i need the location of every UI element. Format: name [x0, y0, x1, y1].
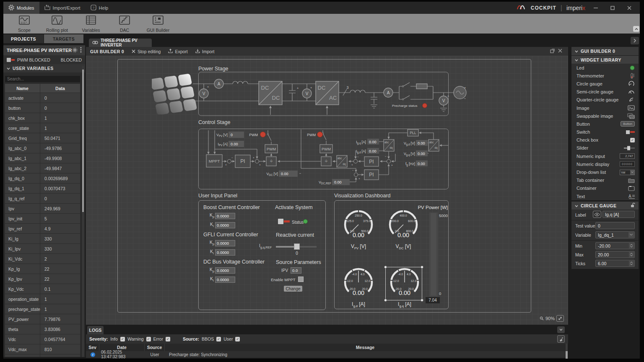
table-row[interactable]: core_state1 [5, 123, 80, 133]
widget-item-switch[interactable]: Switch [571, 128, 639, 136]
import-button[interactable]: Import [195, 49, 215, 54]
table-row[interactable]: Vdc_ref700 [5, 354, 80, 357]
sidebar-scrollbar[interactable] [82, 66, 84, 357]
export-button[interactable]: Export [168, 49, 187, 54]
table-row[interactable]: Kp_Ig22 [5, 264, 80, 274]
solar-array-image[interactable] [152, 72, 198, 114]
table-row[interactable]: Ig_q_ref0 [5, 194, 80, 203]
selection-handle[interactable] [384, 266, 387, 269]
kp-input[interactable]: 0.0000 [215, 267, 235, 274]
widget-item-semi-circle-gauge[interactable]: Semi-circle gauge [571, 88, 639, 96]
table-row[interactable]: Kp_Vdc0.1 [5, 284, 80, 294]
widget-item-container[interactable]: Container [571, 184, 639, 192]
circle-gauge-props-header[interactable]: CIRCLE GAUGE [571, 202, 639, 209]
tab-projects[interactable]: PROJECTS [3, 34, 44, 43]
table-row[interactable]: Ig_abc_2-49.9847 [5, 163, 80, 173]
ki-input[interactable]: 0.0000 [215, 249, 235, 256]
info-checkbox[interactable] [120, 337, 125, 341]
test-value-input[interactable]: 0 [595, 222, 635, 229]
user-checkbox[interactable] [235, 337, 240, 341]
gui-builder-panel-header[interactable]: GUI BUILDER 0 [571, 47, 639, 55]
widget-item-swappable-image[interactable]: Swappable image [571, 112, 639, 120]
scrollbar-thumb[interactable] [566, 351, 568, 359]
widget-item-tab-container[interactable]: Tab container [571, 176, 639, 184]
menu-tab-import-export[interactable]: Import/Export [39, 2, 86, 14]
popout-icon[interactable] [550, 49, 555, 54]
variable-dropdown[interactable]: Ig_dq_1 [595, 231, 635, 238]
ribbon-item-gui-builder[interactable]: GUI Builder [142, 15, 174, 33]
expand-panel-button[interactable] [631, 37, 639, 44]
activate-switch[interactable] [278, 219, 290, 224]
maximize-button[interactable] [606, 3, 619, 13]
collapse-ribbon-button[interactable] [633, 26, 639, 32]
table-row[interactable]: Ipv_init5 [5, 214, 80, 223]
user-variables-header[interactable]: USER VARIABLES [3, 64, 85, 72]
logs-scrollbar[interactable] [566, 344, 568, 359]
menu-tab-help[interactable]: ? Help [86, 2, 114, 14]
pv-power-bar[interactable] [429, 212, 438, 296]
widget-item-slider[interactable]: Slider [571, 144, 639, 152]
circle-gauge-igd[interactable]: -20.0-12.0-4.04.012.020.00.00 [338, 267, 379, 300]
label-input[interactable]: Ig,q [A] [602, 211, 635, 218]
table-row[interactable]: Ki_Ig330 [5, 234, 80, 243]
ipv-input[interactable]: 0.0 [291, 267, 301, 274]
ribbon-item-rolling-plot[interactable]: Rolling plot [41, 15, 73, 33]
circle-gauge-vpv[interactable]: 0.0125.0250.0375.0500.00.00 [338, 209, 379, 242]
collapse-logs-button[interactable] [557, 326, 565, 333]
table-row[interactable]: Vdc0.0457764 [5, 334, 80, 344]
ki-input[interactable]: 0.0000 [215, 277, 235, 283]
widget-item-drop-down-list[interactable]: Drop-down listVal [571, 168, 639, 176]
dashboard-panel[interactable]: 0.0125.0250.0375.0500.00.00 0.0200.0400.… [334, 200, 449, 309]
table-row[interactable]: chk_box1 [5, 113, 80, 123]
table-row[interactable]: Grid_freq50.0471 [5, 133, 80, 143]
table-row[interactable]: theta3.83086 [5, 324, 80, 334]
table-row[interactable]: Ki_Ipv330 [5, 244, 80, 253]
control-stage-diagram[interactable]: PWM PWM MPPT PI PWM ÷ PWM ÷ abcdq PI PI … [198, 129, 449, 189]
circle-gauge-vdc[interactable]: 0.0200.0400.0600.0800.00.00 [383, 209, 423, 242]
table-row[interactable]: Ipv249.969 [5, 204, 80, 213]
tab-targets[interactable]: TARGETS [44, 34, 83, 43]
log-row[interactable]: i 06.02.2025 13:47:32:983 User Precharge… [86, 351, 566, 358]
power-stage-diagram[interactable]: V+ A DCDC ++ V DCAC 3 A Precharge status… [193, 70, 470, 118]
stop-editing-button[interactable]: Stop editing [132, 49, 161, 54]
table-row[interactable]: Vdc_max810 [5, 344, 80, 354]
widget-item-numeric-display[interactable]: Numeric display00000 [571, 160, 639, 168]
table-row[interactable]: Kp_Ipv22 [5, 274, 80, 284]
table-row[interactable]: PV_power7.79876 [5, 314, 80, 324]
selection-handle[interactable] [421, 299, 423, 302]
table-row[interactable]: Ipv_ref4.9 [5, 224, 80, 233]
widget-selection-box[interactable] [385, 267, 422, 300]
widget-library-header[interactable]: WIDGET LIBRARY [571, 56, 639, 64]
spinner-buttons[interactable] [629, 252, 634, 257]
table-row[interactable]: Ig_dq_10.0070473 [5, 184, 80, 193]
lock-icon[interactable] [631, 203, 635, 208]
document-tab[interactable]: THREE-PHASE PV INVERTER [89, 39, 152, 47]
spinner-buttons[interactable] [629, 243, 634, 248]
ticks-input[interactable]: 6.00 [595, 260, 635, 267]
table-row[interactable]: precharge_state1 [5, 304, 80, 314]
table-row[interactable]: Ig_dq_00.00269689 [5, 173, 80, 183]
widget-item-thermometer[interactable]: Thermometer [571, 72, 639, 80]
gui-builder-canvas[interactable]: Power Stage V+ A DCDC ++ V DCAC 3 A Prec… [86, 56, 568, 325]
widget-item-text[interactable]: TextA [571, 192, 639, 200]
table-row[interactable]: button0 [5, 103, 80, 113]
warning-checkbox[interactable] [146, 337, 151, 341]
chevron-down-icon[interactable] [628, 232, 634, 238]
pwm-led[interactable] [260, 132, 266, 137]
table-row[interactable]: operation_state1 [5, 294, 80, 304]
close-button[interactable] [623, 3, 636, 13]
ki-input[interactable]: 0.0000 [215, 222, 235, 228]
max-input[interactable]: 20.00 [595, 251, 635, 258]
clear-logs-button[interactable] [557, 335, 565, 343]
pwm-led[interactable] [317, 132, 323, 137]
selection-handle[interactable] [384, 299, 387, 302]
scrollbar-thumb[interactable] [82, 70, 84, 212]
menu-tab-modules[interactable]: Modules [3, 2, 39, 14]
table-row[interactable]: activate0 [5, 93, 80, 103]
logs-tab[interactable]: LOGS [87, 326, 104, 334]
eye-button[interactable] [593, 211, 601, 218]
reactive-slider-handle[interactable] [294, 243, 300, 250]
selection-handle[interactable] [421, 266, 423, 269]
user-input-panel[interactable]: Boost Current Controller Kp 0.0000 Ki 0.… [198, 200, 326, 310]
fit-view-button[interactable] [556, 315, 564, 322]
